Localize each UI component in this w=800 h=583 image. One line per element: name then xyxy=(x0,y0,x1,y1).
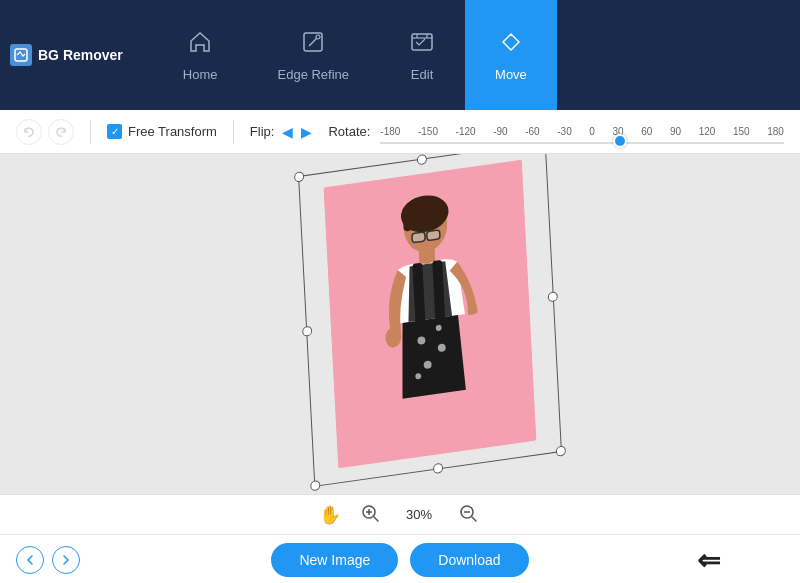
zoom-in-button[interactable] xyxy=(357,502,383,528)
svg-rect-18 xyxy=(427,230,440,241)
arrow-hint: ⇐ xyxy=(697,543,720,576)
handle-bottom-center[interactable] xyxy=(433,463,443,474)
svg-rect-17 xyxy=(412,232,425,243)
handle-bottom-left[interactable] xyxy=(310,480,320,491)
tab-home[interactable]: Home xyxy=(153,0,248,110)
image-wrapper[interactable] xyxy=(324,160,537,469)
tab-edge-refine[interactable]: Edge Refine xyxy=(248,0,380,110)
svg-rect-0 xyxy=(15,49,27,61)
free-transform-control[interactable]: ✓ Free Transform xyxy=(107,124,217,139)
rotate-track xyxy=(380,142,784,144)
zoom-out-button[interactable] xyxy=(455,502,481,528)
svg-rect-7 xyxy=(402,206,411,232)
svg-line-25 xyxy=(472,517,476,521)
flip-vertical-button[interactable]: ▶ xyxy=(301,124,312,140)
canvas-area xyxy=(0,154,800,494)
transform-container[interactable] xyxy=(300,184,500,464)
home-icon xyxy=(187,29,213,61)
handle-middle-right[interactable] xyxy=(548,291,558,302)
move-icon xyxy=(498,29,524,61)
handle-top-left[interactable] xyxy=(294,171,304,182)
handle-top-center[interactable] xyxy=(417,154,427,165)
rotate-thumb[interactable] xyxy=(613,134,627,148)
download-button[interactable]: Download xyxy=(410,543,528,577)
svg-point-2 xyxy=(316,35,320,39)
app-logo: BG Remover xyxy=(10,44,123,66)
nav-tabs: Home Edge Refine xyxy=(153,0,557,110)
prev-button[interactable] xyxy=(16,546,44,574)
tab-move[interactable]: Move xyxy=(465,0,557,110)
handle-bottom-right[interactable] xyxy=(556,445,566,456)
redo-button[interactable] xyxy=(48,119,74,145)
free-transform-checkbox[interactable]: ✓ xyxy=(107,124,122,139)
flip-section: Flip: ◀ ▶ xyxy=(250,124,313,140)
edit-icon xyxy=(409,29,435,61)
undo-button[interactable] xyxy=(16,119,42,145)
logo-icon xyxy=(10,44,32,66)
footer-nav xyxy=(16,546,80,574)
tab-edit[interactable]: Edit xyxy=(379,0,465,110)
next-button[interactable] xyxy=(52,546,80,574)
new-image-button[interactable]: New Image xyxy=(271,543,398,577)
header: BG Remover Home Edge Refine xyxy=(0,0,800,110)
svg-line-21 xyxy=(374,517,378,521)
handle-middle-left[interactable] xyxy=(302,326,312,337)
zoom-level: 30% xyxy=(399,507,439,522)
rotate-section: Rotate: -180 -150 -120 -90 -60 -30 0 30 … xyxy=(328,122,784,142)
bottom-controls: ✋ 30% xyxy=(0,494,800,534)
rotate-labels: -180 -150 -120 -90 -60 -30 0 30 60 90 12… xyxy=(380,126,784,137)
edge-refine-icon xyxy=(300,29,326,61)
divider2 xyxy=(233,120,234,144)
toolbar-nav xyxy=(16,119,74,145)
image-content xyxy=(324,160,537,469)
flip-horizontal-button[interactable]: ◀ xyxy=(282,124,293,140)
divider xyxy=(90,120,91,144)
pan-tool-button[interactable]: ✋ xyxy=(319,504,341,526)
toolbar: ✓ Free Transform Flip: ◀ ▶ Rotate: -180 … xyxy=(0,110,800,154)
footer: New Image Download ⇐ xyxy=(0,534,800,583)
rotate-slider[interactable]: -180 -150 -120 -90 -60 -30 0 30 60 90 12… xyxy=(380,122,784,142)
